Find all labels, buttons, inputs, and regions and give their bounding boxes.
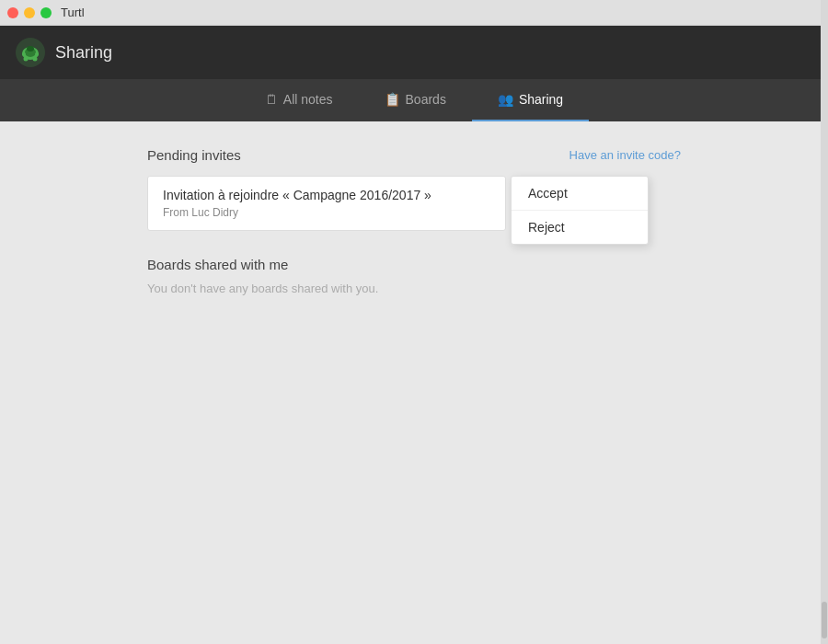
main-content: Pending invites Have an invite code? Inv…: [0, 121, 828, 321]
tab-sharing-label: Sharing: [519, 92, 563, 107]
maximize-button[interactable]: [40, 7, 52, 18]
tab-all-notes-label: All notes: [283, 92, 333, 107]
boards-icon: 📋: [385, 92, 400, 107]
svg-point-7: [27, 46, 34, 52]
svg-point-4: [33, 57, 38, 62]
titlebar-buttons: [7, 7, 52, 18]
boards-shared-section: Boards shared with me You don't have any…: [147, 257, 681, 295]
close-button[interactable]: [7, 7, 18, 18]
page-heading: Sharing: [55, 43, 112, 63]
svg-point-5: [22, 52, 26, 56]
accept-button[interactable]: Accept: [512, 177, 648, 211]
app-title: Turtl: [61, 6, 85, 19]
titlebar: Turtl: [0, 0, 828, 26]
tab-boards-label: Boards: [406, 92, 446, 107]
boards-shared-title: Boards shared with me: [147, 257, 681, 272]
tab-boards[interactable]: 📋 Boards: [359, 79, 472, 121]
pending-invites-header: Pending invites Have an invite code?: [147, 147, 681, 163]
minimize-button[interactable]: [24, 7, 35, 18]
tab-all-notes[interactable]: 🗒 All notes: [239, 79, 359, 121]
scrollbar-thumb[interactable]: [822, 602, 827, 638]
invite-title: Invitation à rejoindre « Campagne 2016/2…: [163, 188, 490, 202]
turtl-logo-icon: [15, 37, 46, 68]
header: Sharing: [0, 26, 828, 79]
svg-point-6: [35, 52, 39, 56]
notes-icon: 🗒: [265, 92, 278, 107]
sharing-icon: 👥: [498, 92, 513, 107]
invite-from: From Luc Didry: [163, 206, 490, 219]
invite-code-link[interactable]: Have an invite code?: [569, 148, 681, 162]
scrollbar[interactable]: [821, 0, 828, 644]
logo-area: Sharing: [15, 37, 112, 68]
tab-sharing[interactable]: 👥 Sharing: [472, 79, 589, 121]
svg-point-3: [24, 57, 29, 62]
pending-invites-title: Pending invites: [147, 147, 241, 163]
invite-dropdown-menu: Accept Reject: [511, 176, 649, 245]
nav-tabs: 🗒 All notes 📋 Boards 👥 Sharing: [0, 79, 828, 121]
invite-item-container: Invitation à rejoindre « Campagne 2016/2…: [147, 176, 506, 231]
invite-item[interactable]: Invitation à rejoindre « Campagne 2016/2…: [147, 176, 506, 231]
reject-button[interactable]: Reject: [512, 211, 648, 244]
boards-empty-message: You don't have any boards shared with yo…: [147, 282, 681, 295]
